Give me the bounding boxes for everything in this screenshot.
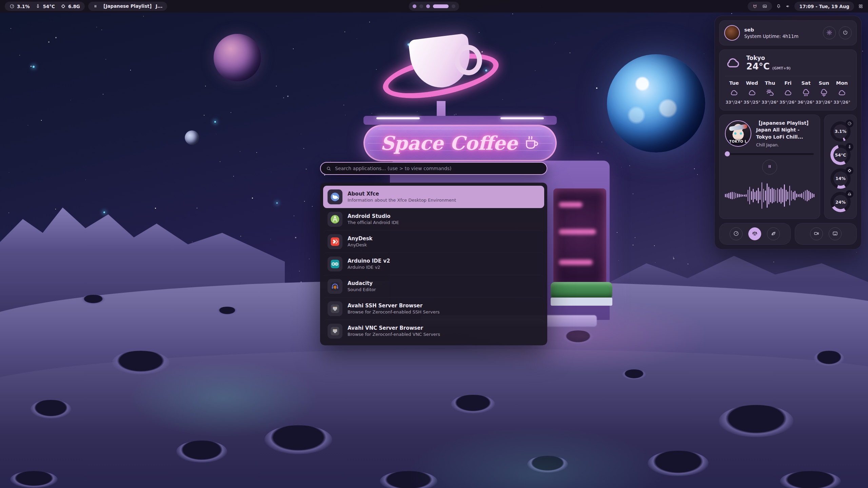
notifications-bell-icon[interactable] <box>776 4 781 9</box>
clock[interactable]: 17:09 - Tue, 19 Aug <box>794 2 854 11</box>
workspace-dot[interactable] <box>419 4 423 8</box>
app-list-item[interactable]: Arduino IDE v2 Arduino IDE v2 <box>323 253 544 275</box>
leaf-icon <box>770 230 776 238</box>
app-list-item[interactable]: About Xfce Information about the Xfce De… <box>323 186 544 208</box>
app-launcher: About Xfce Information about the Xfce De… <box>320 162 547 345</box>
track-info: 【Japanese Playlist】 Japan All Night - To… <box>756 120 814 147</box>
shop-roof <box>363 116 557 125</box>
powersaver-profile-button[interactable] <box>767 227 780 240</box>
weather-timezone: (GMT+9) <box>772 66 790 70</box>
app-title: Android Studio <box>348 213 399 220</box>
speedometer-icon <box>9 4 15 9</box>
gauge-value: 14% <box>830 168 851 189</box>
hedge <box>551 282 612 299</box>
cloud-icon <box>730 88 738 97</box>
system-gauge: 14% <box>830 168 851 189</box>
forecast-day: Mon 33°/26° <box>833 80 850 105</box>
now-playing-pill[interactable]: 【Japanese Playlist】 J... <box>88 2 167 11</box>
android-studio-icon <box>328 212 342 227</box>
user-text: seb System Uptime: 4h11m <box>744 27 798 39</box>
username: seb <box>744 27 798 33</box>
avatar <box>724 25 740 41</box>
crater <box>10 471 58 488</box>
app-subtitle: Information about the Xfce Desktop Envir… <box>348 198 456 203</box>
workspace-dot[interactable] <box>452 4 455 8</box>
arduino-icon <box>328 257 342 271</box>
crater <box>112 351 170 374</box>
app-text: Arduino IDE v2 Arduino IDE v2 <box>348 258 390 270</box>
app-text: AnyDesk AnyDesk <box>348 235 373 248</box>
crater <box>176 441 227 463</box>
system-gauge: 24% <box>830 192 851 212</box>
app-list-item[interactable]: Avahi SSH Server Browser Browse for Zero… <box>323 298 544 320</box>
forecast-day-label: Sun <box>819 80 829 86</box>
speedometer-icon <box>733 230 739 238</box>
track-title: 【Japanese Playlist】 Japan All Night - To… <box>756 120 814 140</box>
search-bar[interactable] <box>320 162 547 175</box>
app-title: Arduino IDE v2 <box>348 258 390 264</box>
forecast-day: Thu 33°/26° <box>762 80 778 105</box>
forecast-temps: 33°/26° <box>815 100 832 105</box>
forecast-temps: 33°/24° <box>726 100 743 105</box>
forecast-day: Sat 36°/26° <box>797 80 814 105</box>
play-pause-button[interactable] <box>762 160 777 175</box>
forecast-day: Sun 33°/26° <box>815 80 832 105</box>
forecast-temps: 36°/26° <box>797 100 814 105</box>
system-tray-pill[interactable] <box>748 2 772 11</box>
forecast-day-label: Wed <box>746 80 758 86</box>
gauge-value: 3.1% <box>830 121 851 142</box>
balanced-profile-button[interactable] <box>748 227 761 240</box>
forecast-temps: 33°/26° <box>833 100 850 105</box>
volume-icon[interactable] <box>785 4 790 9</box>
search-input[interactable] <box>335 166 541 171</box>
workspace-dot[interactable] <box>433 4 449 8</box>
crater <box>264 425 332 454</box>
system-gauges: 3.1% 54°C 14% 24% <box>824 115 857 219</box>
tray-app-icon[interactable] <box>752 4 757 9</box>
forecast-day-label: Mon <box>836 80 848 86</box>
uptime-label: System Uptime: 4h11m <box>744 34 798 39</box>
forecast-day-label: Tue <box>729 80 739 86</box>
app-text: Android Studio The official Android IDE <box>348 213 399 225</box>
app-title: Avahi VNC Server Browser <box>348 325 440 331</box>
wallpaper-tray-icon[interactable] <box>762 4 767 9</box>
planter-box <box>551 298 612 306</box>
system-gauge: 3.1% <box>830 121 851 142</box>
stat-item: 3.1% <box>9 4 29 9</box>
album-art-label: TOKYO L <box>726 140 751 143</box>
track-subtitle: Chill Japan. <box>756 143 814 147</box>
seek-thumb[interactable] <box>725 151 730 157</box>
seek-bar[interactable] <box>726 153 814 155</box>
app-subtitle: AnyDesk <box>348 242 373 248</box>
app-list-item[interactable]: Audacity Sound Editor <box>323 275 544 298</box>
storm-icon <box>820 88 828 97</box>
crater <box>31 400 71 419</box>
power-button[interactable] <box>839 26 852 39</box>
camcorder-icon <box>813 230 820 238</box>
workspace-indicator[interactable] <box>409 2 459 11</box>
app-list-item[interactable]: Avahi VNC Server Browser Browse for Zero… <box>323 320 544 342</box>
app-list-item[interactable]: AnyDesk AnyDesk <box>323 230 544 253</box>
settings-button[interactable] <box>823 26 836 39</box>
stat-value: 54°C <box>43 4 55 9</box>
weather-header: Tokyo 24°C (GMT+9) <box>725 55 851 72</box>
crater <box>563 330 593 344</box>
neon-sign: Space Coffee <box>363 125 557 161</box>
forecast-temps: 35°/26° <box>780 100 796 105</box>
crater <box>648 451 709 476</box>
forecast-temps: 33°/26° <box>762 100 778 105</box>
system-gauge: 54°C <box>830 145 851 165</box>
overview-grid-icon[interactable] <box>858 4 863 9</box>
header-buttons <box>823 26 852 39</box>
forecast-day: Wed 35°/25° <box>744 80 761 105</box>
workspace-dot[interactable] <box>426 4 430 8</box>
pause-icon <box>767 163 773 170</box>
app-list-item[interactable]: Android Studio The official Android IDE <box>323 208 544 230</box>
performance-profile-button[interactable] <box>730 227 743 240</box>
screen-record-button[interactable] <box>810 227 823 240</box>
workspace-dot[interactable] <box>413 4 416 8</box>
screenshot-button[interactable] <box>829 227 842 240</box>
album-art-goggles <box>729 124 747 131</box>
system-stats-pill[interactable]: 3.1% 54°C 6.8G <box>5 2 85 11</box>
stat-value: 6.8G <box>68 4 80 9</box>
